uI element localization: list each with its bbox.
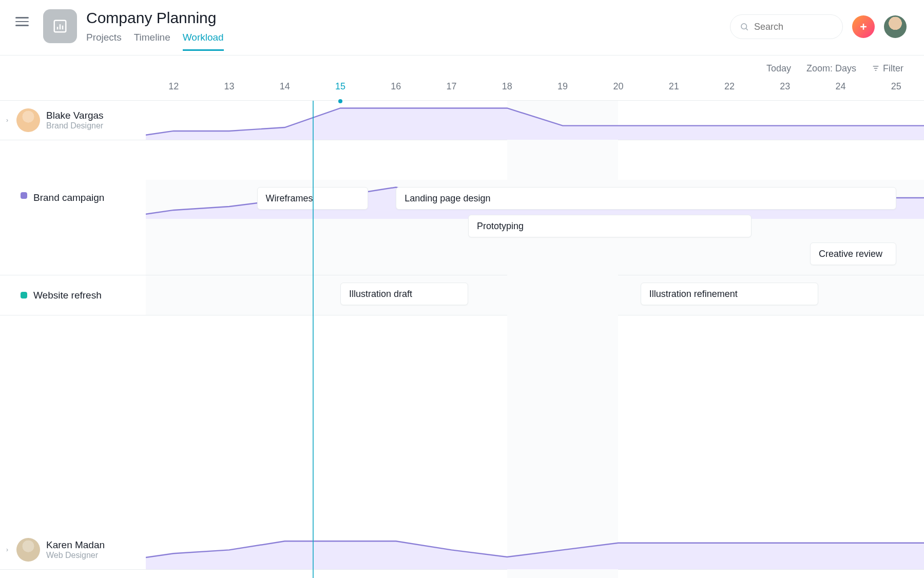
chart-bar-icon: [52, 18, 68, 34]
weekend-column: [507, 101, 563, 578]
menu-toggle-button[interactable]: [15, 14, 29, 28]
today-button[interactable]: Today: [766, 63, 791, 74]
date-header: 1213141516171819202122232425: [0, 81, 924, 101]
top-bar: Company Planning Projects Timeline Workl…: [0, 0, 924, 55]
project-color-dot: [21, 292, 27, 299]
svg-marker-13: [146, 541, 924, 569]
project-row: Website refreshIllustration draftIllustr…: [0, 275, 924, 315]
page-title: Company Planning: [86, 9, 224, 27]
weekend-column: [563, 101, 618, 578]
person-role: Web Designer: [46, 551, 105, 560]
date-col-25: 25: [869, 81, 924, 100]
chevron-right-icon[interactable]: ›: [6, 546, 16, 553]
filter-button[interactable]: Filter: [872, 63, 903, 74]
task-bar[interactable]: Illustration draft: [340, 283, 468, 305]
zoom-button[interactable]: Zoom: Days: [806, 63, 856, 74]
user-avatar[interactable]: [884, 15, 907, 38]
person-name: Karen Madan: [46, 539, 105, 551]
date-col-18: 18: [479, 81, 535, 100]
plus-icon: [858, 22, 869, 32]
title-block: Company Planning Projects Timeline Workl…: [86, 9, 224, 51]
project-color-dot: [21, 192, 27, 199]
avatar: [16, 538, 40, 562]
project-icon: [43, 9, 77, 43]
avatar: [16, 108, 40, 132]
date-col-23: 23: [757, 81, 813, 100]
workload-grid: ›Blake VargasBrand Designer⌄Christy Tara…: [0, 101, 924, 578]
person-cell[interactable]: ›Blake VargasBrand Designer: [0, 101, 146, 140]
person-name: Blake Vargas: [46, 110, 104, 121]
date-col-20: 20: [590, 81, 646, 100]
tab-workload[interactable]: Workload: [183, 32, 224, 51]
date-col-16: 16: [368, 81, 424, 100]
svg-point-4: [741, 24, 747, 29]
date-col-14: 14: [257, 81, 313, 100]
project-name: Website refresh: [33, 290, 102, 301]
person-row: ›Karen MadanWeb Designer: [0, 530, 924, 570]
search-box[interactable]: [730, 14, 843, 39]
date-col-24: 24: [813, 81, 868, 100]
filter-label: Filter: [883, 63, 903, 74]
toolbar: Today Zoom: Days Filter: [0, 55, 924, 81]
search-input[interactable]: [754, 22, 826, 32]
person-row: ›Blake VargasBrand Designer: [0, 101, 924, 140]
date-col-12: 12: [146, 81, 201, 100]
person-cell[interactable]: ›Karen MadanWeb Designer: [0, 530, 146, 569]
project-name: Brand campaign: [33, 192, 104, 203]
person-info: Blake VargasBrand Designer: [46, 110, 104, 130]
task-bar[interactable]: Illustration refinement: [641, 283, 819, 305]
date-col-15: 15: [313, 81, 368, 100]
filter-icon: [872, 64, 880, 72]
person-role: Brand Designer: [46, 121, 104, 130]
date-col-17: 17: [424, 81, 479, 100]
project-row: Brand campaignWireframesLanding page des…: [0, 180, 924, 275]
date-col-21: 21: [646, 81, 702, 100]
search-icon: [740, 22, 749, 31]
tab-projects[interactable]: Projects: [86, 32, 122, 51]
task-bar[interactable]: Prototyping: [468, 215, 752, 237]
person-info: Karen MadanWeb Designer: [46, 539, 105, 560]
workload-chart: [146, 101, 924, 140]
project-cell[interactable]: Brand campaign: [0, 180, 146, 275]
svg-line-5: [746, 28, 747, 30]
task-bar[interactable]: Creative review: [810, 243, 896, 265]
task-bar[interactable]: Landing page design: [396, 187, 896, 210]
date-col-19: 19: [535, 81, 590, 100]
chevron-right-icon[interactable]: ›: [6, 117, 16, 124]
workload-chart: [146, 530, 924, 569]
today-line: [313, 101, 314, 578]
date-col-13: 13: [201, 81, 257, 100]
tabs: Projects Timeline Workload: [86, 32, 224, 51]
add-button[interactable]: [852, 15, 875, 38]
tab-timeline[interactable]: Timeline: [134, 32, 170, 51]
project-cell[interactable]: Website refresh: [0, 275, 146, 315]
svg-marker-11: [146, 108, 924, 140]
date-col-22: 22: [702, 81, 757, 100]
